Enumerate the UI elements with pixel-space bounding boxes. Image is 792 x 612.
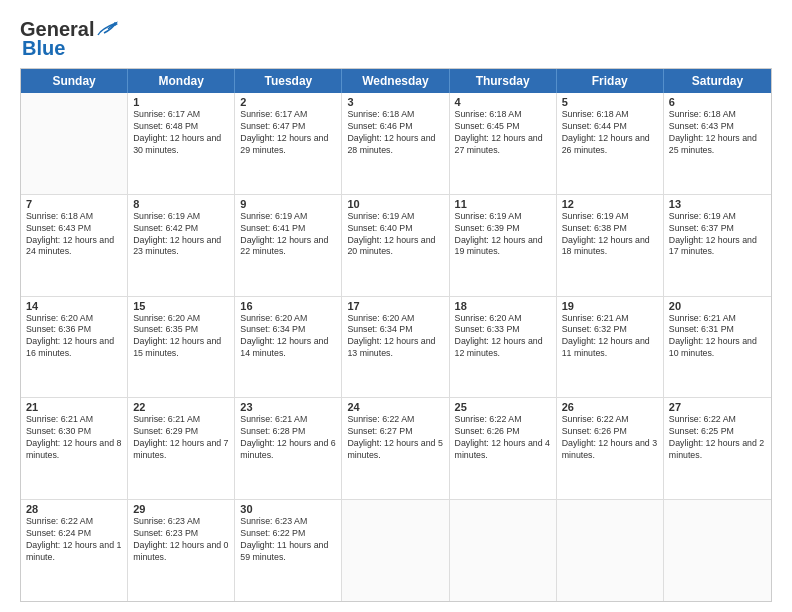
day-number: 21 [26, 401, 122, 413]
cal-cell-23: 23Sunrise: 6:21 AMSunset: 6:28 PMDayligh… [235, 398, 342, 499]
day-number: 29 [133, 503, 229, 515]
cell-info: Sunrise: 6:22 AMSunset: 6:24 PMDaylight:… [26, 516, 122, 564]
day-number: 25 [455, 401, 551, 413]
day-number: 20 [669, 300, 766, 312]
logo-bird-icon [96, 21, 118, 39]
cell-info: Sunrise: 6:22 AMSunset: 6:26 PMDaylight:… [562, 414, 658, 462]
cell-info: Sunrise: 6:22 AMSunset: 6:26 PMDaylight:… [455, 414, 551, 462]
cal-cell-3: 3Sunrise: 6:18 AMSunset: 6:46 PMDaylight… [342, 93, 449, 194]
cal-cell-28: 28Sunrise: 6:22 AMSunset: 6:24 PMDayligh… [21, 500, 128, 601]
cal-header-wednesday: Wednesday [342, 69, 449, 93]
cal-cell-10: 10Sunrise: 6:19 AMSunset: 6:40 PMDayligh… [342, 195, 449, 296]
cal-cell-12: 12Sunrise: 6:19 AMSunset: 6:38 PMDayligh… [557, 195, 664, 296]
cal-cell-1: 1Sunrise: 6:17 AMSunset: 6:48 PMDaylight… [128, 93, 235, 194]
cell-info: Sunrise: 6:21 AMSunset: 6:32 PMDaylight:… [562, 313, 658, 361]
cell-info: Sunrise: 6:17 AMSunset: 6:48 PMDaylight:… [133, 109, 229, 157]
cell-info: Sunrise: 6:21 AMSunset: 6:30 PMDaylight:… [26, 414, 122, 462]
cal-cell-7: 7Sunrise: 6:18 AMSunset: 6:43 PMDaylight… [21, 195, 128, 296]
cell-info: Sunrise: 6:21 AMSunset: 6:28 PMDaylight:… [240, 414, 336, 462]
cal-cell-18: 18Sunrise: 6:20 AMSunset: 6:33 PMDayligh… [450, 297, 557, 398]
cal-cell-5: 5Sunrise: 6:18 AMSunset: 6:44 PMDaylight… [557, 93, 664, 194]
cal-cell-21: 21Sunrise: 6:21 AMSunset: 6:30 PMDayligh… [21, 398, 128, 499]
cell-info: Sunrise: 6:21 AMSunset: 6:29 PMDaylight:… [133, 414, 229, 462]
calendar-body: 1Sunrise: 6:17 AMSunset: 6:48 PMDaylight… [21, 93, 771, 601]
cell-info: Sunrise: 6:20 AMSunset: 6:33 PMDaylight:… [455, 313, 551, 361]
cal-cell-25: 25Sunrise: 6:22 AMSunset: 6:26 PMDayligh… [450, 398, 557, 499]
header: General Blue [20, 18, 772, 60]
cell-info: Sunrise: 6:19 AMSunset: 6:39 PMDaylight:… [455, 211, 551, 259]
cell-info: Sunrise: 6:18 AMSunset: 6:43 PMDaylight:… [669, 109, 766, 157]
cell-info: Sunrise: 6:19 AMSunset: 6:41 PMDaylight:… [240, 211, 336, 259]
cal-cell-24: 24Sunrise: 6:22 AMSunset: 6:27 PMDayligh… [342, 398, 449, 499]
calendar-header-row: SundayMondayTuesdayWednesdayThursdayFrid… [21, 69, 771, 93]
day-number: 7 [26, 198, 122, 210]
cal-cell-14: 14Sunrise: 6:20 AMSunset: 6:36 PMDayligh… [21, 297, 128, 398]
cell-info: Sunrise: 6:18 AMSunset: 6:43 PMDaylight:… [26, 211, 122, 259]
day-number: 6 [669, 96, 766, 108]
cal-row-3: 21Sunrise: 6:21 AMSunset: 6:30 PMDayligh… [21, 397, 771, 499]
day-number: 26 [562, 401, 658, 413]
cell-info: Sunrise: 6:20 AMSunset: 6:36 PMDaylight:… [26, 313, 122, 361]
day-number: 1 [133, 96, 229, 108]
cell-info: Sunrise: 6:18 AMSunset: 6:46 PMDaylight:… [347, 109, 443, 157]
day-number: 24 [347, 401, 443, 413]
day-number: 18 [455, 300, 551, 312]
cal-header-saturday: Saturday [664, 69, 771, 93]
day-number: 17 [347, 300, 443, 312]
day-number: 14 [26, 300, 122, 312]
cal-cell-26: 26Sunrise: 6:22 AMSunset: 6:26 PMDayligh… [557, 398, 664, 499]
cell-info: Sunrise: 6:22 AMSunset: 6:25 PMDaylight:… [669, 414, 766, 462]
cal-cell-6: 6Sunrise: 6:18 AMSunset: 6:43 PMDaylight… [664, 93, 771, 194]
cell-info: Sunrise: 6:19 AMSunset: 6:38 PMDaylight:… [562, 211, 658, 259]
cal-cell-empty-4-4 [450, 500, 557, 601]
day-number: 8 [133, 198, 229, 210]
cell-info: Sunrise: 6:19 AMSunset: 6:40 PMDaylight:… [347, 211, 443, 259]
cal-cell-empty-0-0 [21, 93, 128, 194]
day-number: 15 [133, 300, 229, 312]
calendar: SundayMondayTuesdayWednesdayThursdayFrid… [20, 68, 772, 602]
day-number: 19 [562, 300, 658, 312]
logo: General Blue [20, 18, 118, 60]
cal-cell-empty-4-5 [557, 500, 664, 601]
day-number: 23 [240, 401, 336, 413]
cell-info: Sunrise: 6:20 AMSunset: 6:34 PMDaylight:… [240, 313, 336, 361]
day-number: 30 [240, 503, 336, 515]
day-number: 9 [240, 198, 336, 210]
day-number: 5 [562, 96, 658, 108]
day-number: 22 [133, 401, 229, 413]
cal-header-thursday: Thursday [450, 69, 557, 93]
cell-info: Sunrise: 6:20 AMSunset: 6:34 PMDaylight:… [347, 313, 443, 361]
day-number: 16 [240, 300, 336, 312]
day-number: 13 [669, 198, 766, 210]
day-number: 4 [455, 96, 551, 108]
cal-cell-15: 15Sunrise: 6:20 AMSunset: 6:35 PMDayligh… [128, 297, 235, 398]
cal-row-1: 7Sunrise: 6:18 AMSunset: 6:43 PMDaylight… [21, 194, 771, 296]
day-number: 2 [240, 96, 336, 108]
cal-header-monday: Monday [128, 69, 235, 93]
page: General Blue SundayMondayTuesdayWednesda… [0, 0, 792, 612]
cal-row-0: 1Sunrise: 6:17 AMSunset: 6:48 PMDaylight… [21, 93, 771, 194]
cal-cell-19: 19Sunrise: 6:21 AMSunset: 6:32 PMDayligh… [557, 297, 664, 398]
day-number: 27 [669, 401, 766, 413]
cal-header-friday: Friday [557, 69, 664, 93]
cal-cell-16: 16Sunrise: 6:20 AMSunset: 6:34 PMDayligh… [235, 297, 342, 398]
logo-blue-text: Blue [22, 37, 65, 60]
day-number: 12 [562, 198, 658, 210]
cal-header-sunday: Sunday [21, 69, 128, 93]
cal-row-2: 14Sunrise: 6:20 AMSunset: 6:36 PMDayligh… [21, 296, 771, 398]
cal-cell-17: 17Sunrise: 6:20 AMSunset: 6:34 PMDayligh… [342, 297, 449, 398]
cal-row-4: 28Sunrise: 6:22 AMSunset: 6:24 PMDayligh… [21, 499, 771, 601]
cal-cell-empty-4-6 [664, 500, 771, 601]
cell-info: Sunrise: 6:23 AMSunset: 6:22 PMDaylight:… [240, 516, 336, 564]
cal-cell-30: 30Sunrise: 6:23 AMSunset: 6:22 PMDayligh… [235, 500, 342, 601]
cell-info: Sunrise: 6:22 AMSunset: 6:27 PMDaylight:… [347, 414, 443, 462]
day-number: 10 [347, 198, 443, 210]
cell-info: Sunrise: 6:17 AMSunset: 6:47 PMDaylight:… [240, 109, 336, 157]
cell-info: Sunrise: 6:19 AMSunset: 6:42 PMDaylight:… [133, 211, 229, 259]
cal-header-tuesday: Tuesday [235, 69, 342, 93]
cal-cell-20: 20Sunrise: 6:21 AMSunset: 6:31 PMDayligh… [664, 297, 771, 398]
cell-info: Sunrise: 6:20 AMSunset: 6:35 PMDaylight:… [133, 313, 229, 361]
cell-info: Sunrise: 6:23 AMSunset: 6:23 PMDaylight:… [133, 516, 229, 564]
cal-cell-29: 29Sunrise: 6:23 AMSunset: 6:23 PMDayligh… [128, 500, 235, 601]
cal-cell-4: 4Sunrise: 6:18 AMSunset: 6:45 PMDaylight… [450, 93, 557, 194]
